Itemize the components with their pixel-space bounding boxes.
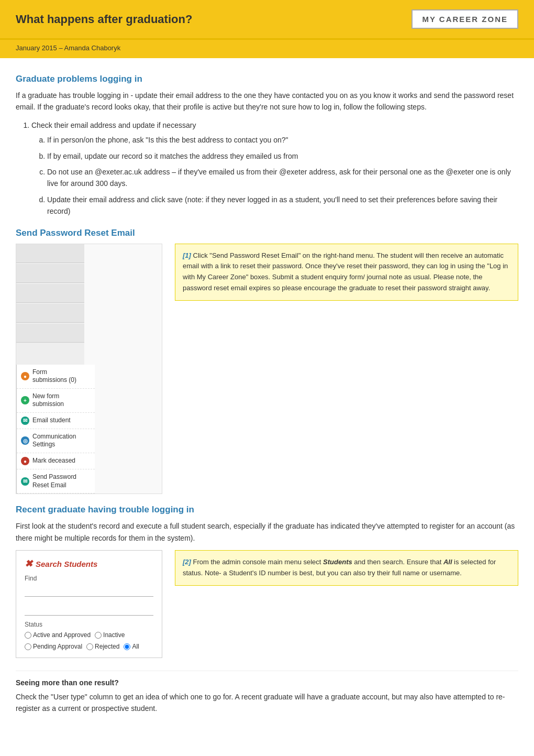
communication-icon: ◎ [21,436,29,445]
radio-all[interactable]: All [124,643,139,650]
password-info-box: [1] Click "Send Password Reset Email" on… [175,244,518,301]
mockup-sidebar-row-1 [16,244,84,263]
page-header: What happens after graduation? MY CAREER… [0,0,534,40]
recent-grad-info-bold: Students [323,558,352,566]
radio-pending-input[interactable] [25,643,31,650]
radio-pending[interactable]: Pending Approval [25,643,82,650]
radio-all-input[interactable] [124,643,130,650]
password-screenshot-mockup: ● Formsubmissions (0) + New formsubmissi… [16,244,162,495]
brand-badge: MY CAREER ZONE [411,9,518,29]
sub-step-a: If in person/on the phone, ask "Is this … [47,134,518,146]
search-input[interactable] [25,584,153,597]
menu-item-email-student: ✉ Email student [17,413,95,429]
menu-item-new-form-label: New formsubmission [32,392,64,409]
recent-grad-info-all: All [443,558,452,566]
password-layout: ● Formsubmissions (0) + New formsubmissi… [16,244,518,495]
main-steps-list: Check their email address and update if … [31,119,518,217]
search-students-title: ✖ Search Students [25,558,153,569]
section-heading-graduate: Graduate problems logging in [16,74,518,84]
find-label: Find [25,575,153,582]
menu-item-new-form: + New formsubmission [17,389,95,413]
menu-item-send-password: ✉ Send PasswordReset Email [17,469,95,494]
radio-inactive[interactable]: Inactive [95,631,125,639]
info-ref-2: [2] [183,558,191,566]
menu-item-mark-deceased: ● Mark deceased [17,453,95,469]
mockup-sidebar [16,244,84,365]
status-label: Status [25,621,153,628]
mockup-sidebar-row-4 [16,304,84,323]
mockup-sidebar-row-3 [16,284,84,303]
search-layout: ✖ Search Students Find Status Active and… [16,550,518,658]
mockup-sidebar-row-5 [16,324,84,343]
radio-rejected-input[interactable] [86,643,93,650]
status-radio-group: Active and Approved Inactive Pending App… [25,631,153,650]
mockup-sidebar-row-2 [16,264,84,283]
search-students-box: ✖ Search Students Find Status Active and… [16,550,162,658]
section-heading-password: Send Password Reset Email [16,228,518,238]
menu-item-form-submissions: ● Formsubmissions (0) [17,365,95,389]
send-password-icon: ✉ [21,477,29,486]
search-students-label: Search Students [36,560,97,568]
section-graduate-problems: Graduate problems logging in If a gradua… [16,74,518,217]
step-1: Check their email address and update if … [31,119,518,217]
recent-grad-info-p2: and then search. Ensure that [352,558,443,566]
recent-grad-intro: First look at the student's record and e… [16,520,518,544]
sub-steps-list: If in person/on the phone, ask "Is this … [47,134,518,217]
menu-item-communication: ◎ CommunicationSettings [17,429,95,453]
recent-grad-info-p1: From the admin console main menu select [193,558,324,566]
search-input-2[interactable] [25,603,153,616]
graduate-intro: If a graduate has trouble logging in - u… [16,90,518,113]
sub-step-b: If by email, update our record so it mat… [47,150,518,162]
info-ref-1: [1] [183,251,191,259]
sub-step-d: Update their email address and click sav… [47,194,518,217]
main-content: Graduate problems logging in If a gradua… [0,58,534,733]
menu-item-communication-label: CommunicationSettings [32,433,76,449]
email-student-icon: ✉ [21,417,29,425]
subheader: January 2015 – Amanda Chaboryk [0,40,534,58]
search-x-icon: ✖ [25,558,32,569]
section-seeing-more: Seeing more than one result? Check the "… [16,671,518,715]
password-info-text: Click "Send Password Reset Email" on the… [183,251,508,292]
recent-grad-info-box: [2] From the admin console main menu sel… [175,550,518,586]
new-form-icon: + [21,396,29,404]
radio-active[interactable]: Active and Approved [25,631,91,639]
menu-item-email-label: Email student [32,417,71,425]
seeing-more-text: Check the "User type" column to get an i… [16,691,518,715]
radio-active-input[interactable] [25,632,31,639]
sub-step-c: Do not use an @exeter.ac.uk address – if… [47,166,518,190]
mockup-menu: ● Formsubmissions (0) + New formsubmissi… [16,365,95,494]
menu-item-send-password-label: Send PasswordReset Email [32,473,76,489]
page-title: What happens after graduation? [16,13,192,26]
menu-item-deceased-label: Mark deceased [32,457,75,465]
section-recent-graduate: Recent graduate having trouble logging i… [16,505,518,658]
seeing-more-title: Seeing more than one result? [16,678,518,687]
radio-inactive-input[interactable] [95,632,102,639]
menu-item-form-label: Formsubmissions (0) [32,368,76,385]
mark-deceased-icon: ● [21,457,29,465]
section-heading-recent: Recent graduate having trouble logging i… [16,505,518,515]
subheader-text: January 2015 – Amanda Chaboryk [16,44,120,52]
form-submissions-icon: ● [21,372,29,380]
radio-rejected[interactable]: Rejected [86,643,119,650]
section-send-password: Send Password Reset Email ● Formsubmissi… [16,228,518,495]
